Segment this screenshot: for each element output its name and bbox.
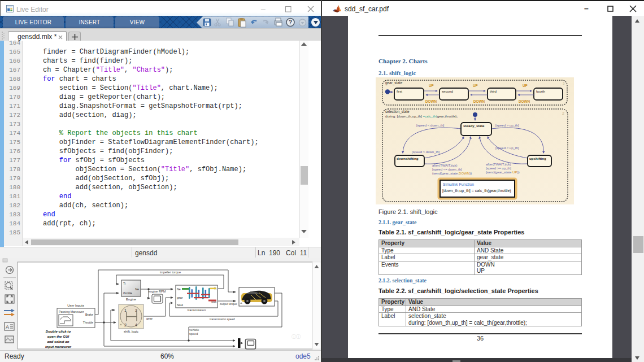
svg-text:4: 4 [135,323,137,327]
svg-text:third: third [490,89,497,93]
svg-text:{send(gear_state.DOWN)}: {send(gear_state.DOWN)} [432,172,472,175]
svg-text:UP: UP [429,84,434,88]
svg-text:during: [down_th,up_th] =calc_: during: [down_th,up_th] =calc_th(gear,th… [385,114,458,118]
svg-text:selection_state: selection_state [385,110,410,114]
svg-text:open the GUI: open the GUI [47,334,69,338]
svg-text:3: 3 [135,308,137,312]
svg-text:vehicle: vehicle [189,328,199,332]
svg-text:Ne: Ne [177,287,181,291]
svg-text:DOWN: DOWN [425,99,437,103]
svg-text:steady_state: steady_state [463,124,485,128]
svg-text:throttle: throttle [123,291,132,295]
svg-text:downshifting: downshifting [397,156,419,160]
svg-text:[speed > down_th]: [speed > down_th] [412,150,440,154]
svg-text:2: 2 [124,323,127,327]
svg-text:gear_state: gear_state [385,81,403,85]
svg-text:Double-click to: Double-click to [46,329,71,333]
svg-text:speed: speed [189,332,198,335]
svg-text:?: ? [289,19,292,25]
svg-text:Passing Maneuver: Passing Maneuver [59,310,84,313]
svg-text:second: second [442,89,454,93]
svg-text:engine RPM: engine RPM [149,290,166,293]
svg-text:and select an: and select an [47,339,69,343]
svg-text:output torque: output torque [220,302,237,306]
svg-text:[down_th,up_th] = calc_th(gear: [down_th,up_th] = calc_th(gear,throttle) [442,189,511,193]
svg-text:after(TWAIT,tick): after(TWAIT,tick) [486,163,511,166]
svg-text:[speed < up_th]: [speed < up_th] [495,146,519,150]
svg-text:fourth: fourth [536,89,545,93]
svg-text:transmission: transmission [188,308,206,312]
svg-text:A: A [6,324,9,330]
svg-text:{send(gear_state.UP)}: {send(gear_state.UP)} [486,171,519,174]
svg-text:UP: UP [473,84,478,88]
svg-text:Ne: Ne [135,287,139,291]
svg-text:first: first [397,89,402,93]
svg-text:Throttle: Throttle [83,321,93,324]
svg-text:2: 2 [562,111,564,115]
svg-text:Ti: Ti [123,282,125,285]
svg-text:1: 1 [124,308,127,312]
svg-text:UP: UP [523,84,528,88]
svg-text:[speed > up_th]: [speed > up_th] [495,124,519,127]
svg-text:[speed >= up_th]: [speed >= up_th] [486,167,511,170]
svg-text:DOWN: DOWN [473,99,485,103]
svg-text:gear: gear [146,317,153,320]
svg-text:impeller torque: impeller torque [160,271,181,274]
svg-text:[speed < down_th]: [speed < down_th] [416,124,445,127]
svg-text:ⓘⓘ: ⓘⓘ [291,334,301,339]
svg-text:Brake: Brake [85,313,93,316]
svg-text:Simulink Function: Simulink Function [443,182,474,186]
svg-text:upshifting: upshifting [529,156,546,160]
svg-text:Nout: Nout [177,303,184,307]
svg-text:input maneuver: input maneuver [45,344,72,348]
svg-text:transmission speed: transmission speed [210,317,235,321]
svg-text:after(TWAIT,tick): after(TWAIT,tick) [432,164,457,167]
svg-text:shift_logic: shift_logic [124,330,138,333]
svg-text:DOWN: DOWN [519,99,530,103]
svg-text:Engine: Engine [126,298,136,301]
svg-text:User Inputs: User Inputs [67,304,84,307]
svg-text:gear: gear [177,296,183,299]
svg-text:[speed <= down_th]: [speed <= down_th] [432,168,462,171]
